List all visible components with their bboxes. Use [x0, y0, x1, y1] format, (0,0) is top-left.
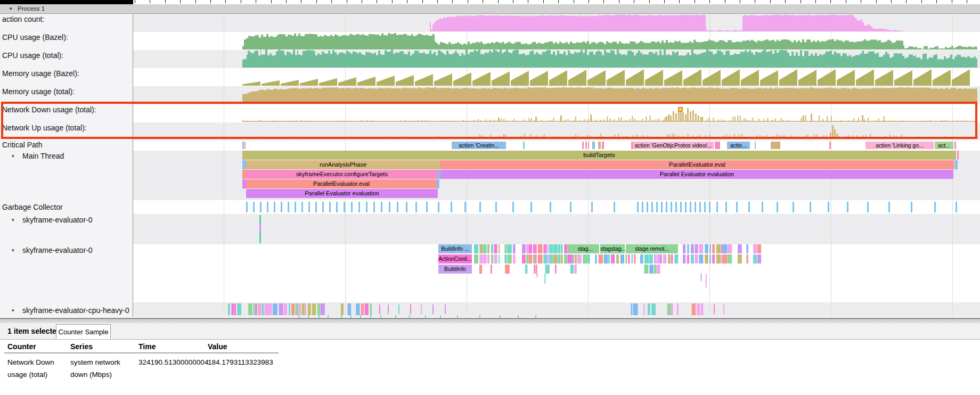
flame-bar[interactable] — [437, 179, 439, 188]
flame-bar[interactable] — [242, 170, 246, 179]
staging-action-block[interactable]: stagstag... — [600, 244, 625, 253]
critical-path-block[interactable]: action 'Creatin... — [452, 142, 506, 149]
flame-bar[interactable]: runAnalysisPhase — [246, 160, 440, 169]
flame-bar[interactable]: buildTargets — [242, 151, 956, 160]
cell-value[interactable]: 184.1793113323983 — [208, 356, 273, 368]
column-header-time: Time — [138, 342, 156, 351]
flame-bar[interactable]: ParallelEvaluator.eval — [440, 160, 954, 169]
critical-path-block[interactable]: actio... — [727, 142, 750, 149]
flame-bar[interactable]: Parallel Evaluator evaluation — [440, 170, 953, 179]
cell-counter[interactable]: Network Down usage (total) — [7, 356, 75, 381]
critical-path-block[interactable]: act... — [935, 142, 953, 149]
critical-path-block[interactable]: action 'Linking go... — [865, 142, 934, 149]
header-divider — [4, 352, 279, 353]
details-panel: 1 item selected. Counter Sample (1) Coun… — [0, 318, 980, 395]
critical-path-block[interactable] — [523, 142, 525, 149]
critical-path-block[interactable] — [244, 142, 246, 149]
tab-counter-sample[interactable]: Counter Sample (1) — [56, 324, 111, 340]
critical-path-block[interactable] — [588, 142, 589, 149]
critical-path-block[interactable] — [582, 142, 584, 149]
flame-bar[interactable]: Parallel Evaluator evaluation — [246, 189, 438, 198]
column-header-series: Series — [70, 342, 93, 351]
critical-path-block[interactable]: action 'GenObjcProtos video/... — [633, 142, 714, 149]
column-header-value: Value — [208, 342, 227, 351]
flame-bar[interactable]: ParallelEvaluator.eval — [246, 179, 437, 188]
selection-status: 1 item selected. — [7, 327, 63, 335]
flame-bar[interactable] — [242, 179, 246, 188]
trace-viewer-window: ▾ Process 1 ▾action count: ▾CPU usage (B… — [0, 0, 980, 395]
staging-action-block[interactable]: stage.remot... — [626, 244, 678, 253]
flame-bar[interactable] — [242, 160, 246, 169]
skyframe-labeled-block[interactable]: ActionConti... — [438, 254, 472, 264]
staging-action-block[interactable]: stag... — [571, 244, 599, 253]
critical-path-block[interactable] — [829, 142, 831, 149]
skyframe-labeled-block[interactable]: BuildInfo — [438, 265, 472, 274]
critical-path-block[interactable] — [598, 142, 601, 149]
panel-splitter-handle[interactable] — [0, 319, 980, 323]
column-header-counter: Counter — [7, 342, 36, 351]
cell-time[interactable]: 324190.51300000004 — [138, 356, 208, 368]
critical-path-block[interactable] — [585, 142, 587, 149]
flame-bar[interactable] — [955, 160, 958, 169]
critical-path-block[interactable] — [771, 142, 780, 149]
critical-path-block[interactable] — [954, 142, 956, 149]
highlight-box-network-rows — [1, 102, 977, 139]
critical-path-block[interactable] — [755, 142, 756, 149]
critical-path-block[interactable] — [715, 142, 720, 149]
flame-bar[interactable]: skyframeExecutor.configureTargets — [246, 170, 438, 179]
skyframe-labeled-block[interactable]: BuildInfo ... — [438, 244, 472, 253]
cell-series[interactable]: system network down (Mbps) — [70, 356, 138, 381]
critical-path-block[interactable] — [242, 142, 244, 149]
critical-path-block[interactable] — [592, 142, 595, 149]
critical-path-block[interactable] — [602, 142, 604, 149]
flame-bar[interactable] — [957, 151, 959, 160]
